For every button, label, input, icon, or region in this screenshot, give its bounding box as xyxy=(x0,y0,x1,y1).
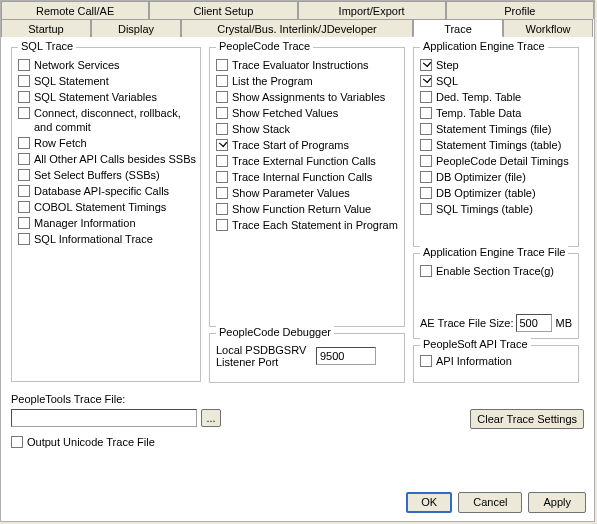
ae-trace-size-unit: MB xyxy=(556,317,573,329)
check-label: Show Fetched Values xyxy=(232,106,338,120)
check-api-information[interactable]: API Information xyxy=(420,354,574,368)
checkbox-icon xyxy=(18,91,30,103)
check-sql-8[interactable]: COBOL Statement Timings xyxy=(18,200,196,214)
checkbox-icon xyxy=(216,91,228,103)
tab-remote-call-ae[interactable]: Remote Call/AE xyxy=(1,1,149,19)
pc-debugger-title: PeopleCode Debugger xyxy=(216,326,334,338)
check-pc-8[interactable]: Show Parameter Values xyxy=(216,186,400,200)
ok-button[interactable]: OK xyxy=(406,492,452,513)
checkbox-icon xyxy=(18,185,30,197)
check-pc-5[interactable]: Trace Start of Programs xyxy=(216,138,400,152)
check-sql-0[interactable]: Network Services xyxy=(18,58,196,72)
checkbox-icon xyxy=(216,171,228,183)
check-ae-5[interactable]: Statement Timings (table) xyxy=(420,138,574,152)
clear-trace-settings-button[interactable]: Clear Trace Settings xyxy=(470,409,584,429)
check-label: Database API-specific Calls xyxy=(34,184,169,198)
checkbox-icon xyxy=(420,59,432,71)
tab-display[interactable]: Display xyxy=(91,19,181,37)
check-pc-10[interactable]: Trace Each Statement in Program xyxy=(216,218,400,232)
check-label: Show Assignments to Variables xyxy=(232,90,385,104)
check-ae-6[interactable]: PeopleCode Detail Timings xyxy=(420,154,574,168)
checkbox-icon xyxy=(420,355,432,367)
check-label: Trace Start of Programs xyxy=(232,138,349,152)
check-pc-9[interactable]: Show Function Return Value xyxy=(216,202,400,216)
checkbox-icon xyxy=(420,187,432,199)
check-ae-8[interactable]: DB Optimizer (table) xyxy=(420,186,574,200)
tab-trace[interactable]: Trace xyxy=(413,19,503,37)
check-sql-9[interactable]: Manager Information xyxy=(18,216,196,230)
tab-import-export[interactable]: Import/Export xyxy=(298,1,446,19)
check-pc-1[interactable]: List the Program xyxy=(216,74,400,88)
check-sql-10[interactable]: SQL Informational Trace xyxy=(18,232,196,246)
check-sql-6[interactable]: Set Select Buffers (SSBs) xyxy=(18,168,196,182)
pc-debugger-port-input[interactable] xyxy=(316,347,376,365)
group-peoplecode-trace: PeopleCode Trace Trace Evaluator Instruc… xyxy=(209,47,405,327)
check-label: SQL Informational Trace xyxy=(34,232,153,246)
check-ae-1[interactable]: SQL xyxy=(420,74,574,88)
check-pc-2[interactable]: Show Assignments to Variables xyxy=(216,90,400,104)
check-ae-0[interactable]: Step xyxy=(420,58,574,72)
check-sql-3[interactable]: Connect, disconnect, rollback, and commi… xyxy=(18,106,196,134)
check-ae-4[interactable]: Statement Timings (file) xyxy=(420,122,574,136)
check-sql-1[interactable]: SQL Statement xyxy=(18,74,196,88)
check-label: Row Fetch xyxy=(34,136,87,150)
check-ae-2[interactable]: Ded. Temp. Table xyxy=(420,90,574,104)
checkbox-icon xyxy=(420,155,432,167)
check-ae-9[interactable]: SQL Timings (table) xyxy=(420,202,574,216)
check-ae-7[interactable]: DB Optimizer (file) xyxy=(420,170,574,184)
checkbox-icon xyxy=(18,217,30,229)
tab-profile[interactable]: Profile xyxy=(446,1,594,19)
tab-client-setup[interactable]: Client Setup xyxy=(149,1,297,19)
check-label: COBOL Statement Timings xyxy=(34,200,166,214)
checkbox-icon xyxy=(420,91,432,103)
checkbox-icon xyxy=(18,201,30,213)
check-label: Trace Internal Function Calls xyxy=(232,170,372,184)
check-enable-section-trace[interactable]: Enable Section Trace(g) xyxy=(420,264,574,278)
check-label: Trace Evaluator Instructions xyxy=(232,58,369,72)
check-output-unicode[interactable]: Output Unicode Trace File xyxy=(11,435,221,449)
checkbox-icon xyxy=(216,203,228,215)
dialog-buttons: OK Cancel Apply xyxy=(400,492,586,513)
group-peoplecode-debugger: PeopleCode Debugger Local PSDBGSRV Liste… xyxy=(209,333,405,383)
peoplecode-trace-title: PeopleCode Trace xyxy=(216,40,313,52)
check-pc-6[interactable]: Trace External Function Calls xyxy=(216,154,400,168)
checkbox-icon xyxy=(216,123,228,135)
checkbox-icon xyxy=(216,59,228,71)
trace-file-browse-button[interactable]: ... xyxy=(201,409,221,427)
checkbox-icon xyxy=(420,265,432,277)
tabs-row-1: Remote Call/AE Client Setup Import/Expor… xyxy=(1,1,594,19)
tab-startup[interactable]: Startup xyxy=(1,19,91,37)
check-sql-4[interactable]: Row Fetch xyxy=(18,136,196,150)
trace-settings-dialog: { "tabs_row1": [ {"label":"Remote Call/A… xyxy=(0,0,595,522)
check-label: SQL Timings (table) xyxy=(436,202,533,216)
check-label: DB Optimizer (table) xyxy=(436,186,536,200)
tab-crystal[interactable]: Crystal/Bus. Interlink/JDeveloper xyxy=(181,19,413,37)
check-label: Temp. Table Data xyxy=(436,106,521,120)
check-pc-4[interactable]: Show Stack xyxy=(216,122,400,136)
check-sql-5[interactable]: All Other API Calls besides SSBs xyxy=(18,152,196,166)
trace-file-input[interactable] xyxy=(11,409,197,427)
trace-tab-content: SQL Trace Network ServicesSQL StatementS… xyxy=(1,37,594,479)
check-label: Statement Timings (table) xyxy=(436,138,561,152)
check-label: Statement Timings (file) xyxy=(436,122,552,136)
group-ae-trace: Application Engine Trace StepSQLDed. Tem… xyxy=(413,47,579,247)
output-unicode-label: Output Unicode Trace File xyxy=(27,435,155,449)
check-label: Show Stack xyxy=(232,122,290,136)
check-pc-0[interactable]: Trace Evaluator Instructions xyxy=(216,58,400,72)
check-pc-7[interactable]: Trace Internal Function Calls xyxy=(216,170,400,184)
checkbox-icon xyxy=(216,107,228,119)
check-label: Trace Each Statement in Program xyxy=(232,218,398,232)
tab-workflow[interactable]: Workflow xyxy=(503,19,593,37)
checkbox-icon xyxy=(216,187,228,199)
checkbox-icon xyxy=(18,59,30,71)
checkbox-icon xyxy=(18,107,30,119)
check-pc-3[interactable]: Show Fetched Values xyxy=(216,106,400,120)
check-sql-7[interactable]: Database API-specific Calls xyxy=(18,184,196,198)
apply-button[interactable]: Apply xyxy=(528,492,586,513)
check-ae-3[interactable]: Temp. Table Data xyxy=(420,106,574,120)
ae-trace-size-input[interactable] xyxy=(516,314,552,332)
checkbox-icon xyxy=(420,107,432,119)
check-sql-2[interactable]: SQL Statement Variables xyxy=(18,90,196,104)
check-label: Show Function Return Value xyxy=(232,202,371,216)
cancel-button[interactable]: Cancel xyxy=(458,492,522,513)
